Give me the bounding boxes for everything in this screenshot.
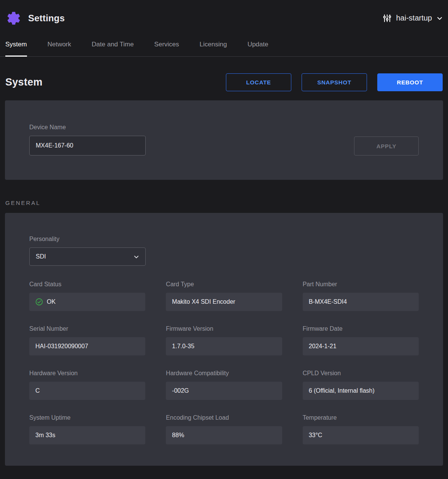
personality-selected-value: SDI (36, 253, 133, 260)
field-value-text: 88% (166, 426, 282, 444)
general-card: Personality SDI Card Status OK (5, 213, 443, 466)
field-card-type: Card Type Makito X4 SDI Encoder (166, 281, 282, 311)
field-value-text: 33°C (303, 426, 419, 444)
field-label: Part Number (303, 281, 419, 288)
field-label: Card Type (166, 281, 282, 288)
field-label: Hardware Compatibility (166, 370, 282, 377)
field-hardware-version: Hardware Version C (29, 370, 145, 400)
field-firmware-version: Firmware Version 1.7.0-35 (166, 325, 282, 355)
field-temperature: Temperature 33°C (303, 414, 419, 444)
card-status-value: OK (29, 293, 145, 311)
field-value-text: 3m 33s (29, 426, 145, 444)
page-actions: LOCATE SNAPSHOT REBOOT (226, 73, 443, 91)
settings-tab-bar: System Network Date and Time Services Li… (0, 36, 448, 57)
device-name-field-group: Device Name (29, 124, 146, 155)
tab-update[interactable]: Update (248, 36, 268, 57)
apply-wrap: APPLY (354, 136, 419, 155)
tab-system[interactable]: System (5, 36, 27, 57)
field-label: Firmware Date (303, 325, 419, 332)
app-header: Settings hai-startup (0, 0, 448, 36)
general-section-label: GENERAL (0, 180, 448, 213)
field-value-text: -002G (166, 382, 282, 400)
field-firmware-date: Firmware Date 2024-1-21 (303, 325, 419, 355)
field-label: Temperature (303, 414, 419, 421)
device-name-card: Device Name APPLY (5, 100, 443, 180)
field-encoding-chipset-load: Encoding Chipset Load 88% (166, 414, 282, 444)
page-title: System (5, 76, 43, 88)
device-name-label: Device Name (29, 124, 146, 131)
app-logo-gear-icon (5, 10, 22, 27)
field-part-number: Part Number B-MX4E-SDI4 (303, 281, 419, 311)
field-label: System Uptime (29, 414, 145, 421)
tab-network[interactable]: Network (48, 36, 71, 57)
field-value-text: 1.7.0-35 (166, 337, 282, 355)
field-value-text: B-MX4E-SDI4 (303, 293, 419, 311)
field-label: Serial Number (29, 325, 145, 332)
field-card-status: Card Status OK (29, 281, 145, 311)
personality-select[interactable]: SDI (29, 247, 146, 266)
field-system-uptime: System Uptime 3m 33s (29, 414, 145, 444)
check-circle-icon (35, 298, 43, 306)
device-selector-label: hai-startup (396, 14, 432, 22)
snapshot-button[interactable]: SNAPSHOT (302, 73, 367, 91)
page-head: System LOCATE SNAPSHOT REBOOT (0, 57, 448, 100)
personality-field-group: Personality SDI (29, 236, 419, 266)
field-value-text: OK (47, 298, 56, 305)
app-title: Settings (28, 13, 65, 24)
personality-label: Personality (29, 236, 419, 243)
field-value-text: 2024-1-21 (303, 337, 419, 355)
field-label: Firmware Version (166, 325, 282, 332)
field-hardware-compatibility: Hardware Compatibility -002G (166, 370, 282, 400)
field-cpld-version: CPLD Version 6 (Official, Internal flash… (303, 370, 419, 400)
field-serial-number: Serial Number HAI-031920090007 (29, 325, 145, 355)
device-selector-dropdown[interactable]: hai-startup (383, 14, 443, 23)
general-fields-grid: Card Status OK Card Type Makito X4 SDI E… (29, 281, 419, 444)
field-value-text: 6 (Official, Internal flash) (303, 382, 419, 400)
field-label: Hardware Version (29, 370, 145, 377)
tab-services[interactable]: Services (154, 36, 179, 57)
locate-button[interactable]: LOCATE (226, 73, 291, 91)
field-value-text: Makito X4 SDI Encoder (166, 293, 282, 311)
field-label: Encoding Chipset Load (166, 414, 282, 421)
field-label: CPLD Version (303, 370, 419, 377)
chevron-down-icon (437, 15, 443, 21)
field-value-text: HAI-031920090007 (29, 337, 145, 355)
select-chevron-down-icon (133, 254, 139, 260)
device-name-input[interactable] (29, 136, 146, 155)
tab-date-and-time[interactable]: Date and Time (92, 36, 134, 57)
sliders-icon (383, 14, 392, 23)
field-value-text: C (29, 382, 145, 400)
tab-licensing[interactable]: Licensing (200, 36, 227, 57)
field-label: Card Status (29, 281, 145, 288)
reboot-button[interactable]: REBOOT (377, 73, 443, 91)
apply-button[interactable]: APPLY (354, 136, 419, 155)
